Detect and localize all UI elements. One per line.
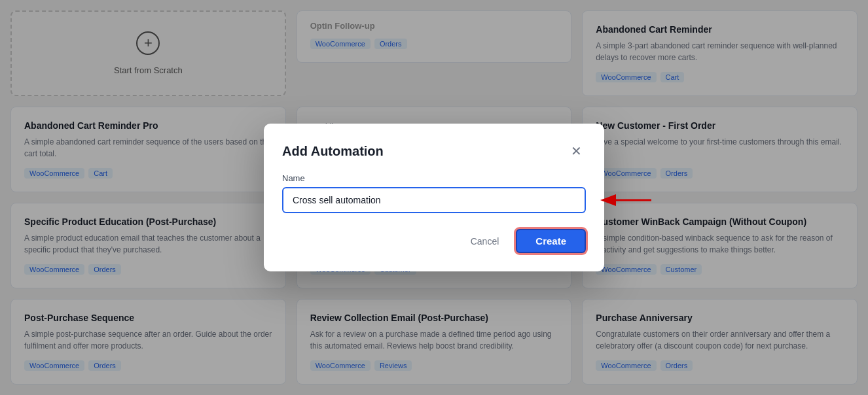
name-label: Name: [282, 173, 586, 183]
modal-title: Add Automation: [282, 144, 384, 159]
create-button[interactable]: Create: [516, 229, 586, 253]
modal-footer: Cancel Create: [282, 229, 586, 253]
arrow-annotation: [592, 186, 658, 215]
modal-close-button[interactable]: ✕: [567, 142, 586, 160]
modal-header: Add Automation ✕: [282, 142, 586, 160]
automation-name-input[interactable]: [282, 187, 586, 213]
cancel-button[interactable]: Cancel: [461, 231, 509, 252]
add-automation-modal: Add Automation ✕ Name Cancel Create: [264, 124, 604, 271]
modal-overlay: Add Automation ✕ Name Cancel Create: [0, 0, 868, 395]
